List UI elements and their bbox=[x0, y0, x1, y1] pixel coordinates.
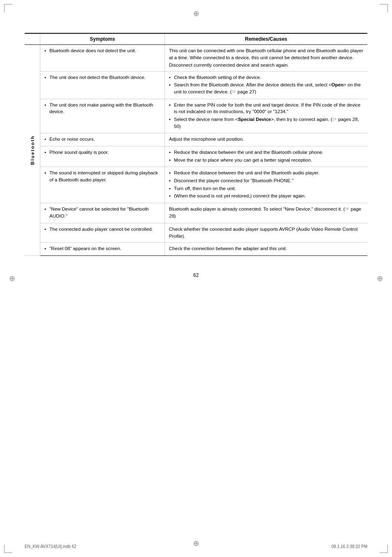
symptom-bullets: The connected audio player cannot be con… bbox=[44, 226, 160, 233]
list-item: Disconnect the player connected for "Blu… bbox=[169, 177, 363, 184]
list-item: Move the car to place where you can get … bbox=[169, 157, 363, 164]
list-item: Bluetooth device does not detect the uni… bbox=[44, 47, 160, 54]
symptom-cell: The unit does not make pairing with the … bbox=[40, 99, 165, 133]
remedy-bullets: Reduce the distance between the unit and… bbox=[169, 169, 363, 200]
symptom-cell: Phone sound quality is poor. bbox=[40, 146, 165, 167]
symptom-bullets: The unit does not make pairing with the … bbox=[44, 102, 160, 115]
symptom-cell: Bluetooth device does not detect the uni… bbox=[40, 45, 165, 72]
table-row: The unit does not make pairing with the … bbox=[25, 99, 367, 133]
remedy-bullets: Enter the same PIN code for both the uni… bbox=[169, 102, 363, 130]
bold-text: Open bbox=[332, 82, 344, 87]
list-item: Select the device name from <Special Dev… bbox=[169, 116, 363, 130]
symptom-bullets: "New Device" cannot be selected for "Blu… bbox=[44, 206, 160, 219]
table-row: Bluetooth Bluetooth device does not dete… bbox=[25, 45, 367, 72]
symptom-cell: The unit does not detect the Bluetooth d… bbox=[40, 71, 165, 99]
list-item: The unit does not detect the Bluetooth d… bbox=[44, 74, 160, 81]
list-item: Echo or noise occurs. bbox=[44, 136, 160, 143]
col-header-symptoms: Symptoms bbox=[40, 33, 165, 45]
list-item: The connected audio player cannot be con… bbox=[44, 226, 160, 233]
symptom-bullets: The unit does not detect the Bluetooth d… bbox=[44, 74, 160, 81]
symptom-cell: The sound is interrupted or skipped duri… bbox=[40, 167, 165, 203]
symptom-cell: The connected audio player cannot be con… bbox=[40, 223, 165, 243]
list-item: Reduce the distance between the unit and… bbox=[169, 149, 363, 156]
list-item: The sound is interrupted or skipped duri… bbox=[44, 169, 160, 183]
bold-text: Special Device bbox=[238, 117, 271, 122]
list-item: "Reset 08" appears on the screen. bbox=[44, 245, 160, 252]
page-number: 62 bbox=[25, 272, 367, 278]
table-row: Echo or noise occurs. Adjust the microph… bbox=[25, 133, 367, 146]
remedy-cell: Reduce the distance between the unit and… bbox=[165, 167, 367, 203]
remedy-bullets: Reduce the distance between the unit and… bbox=[169, 149, 363, 163]
remedy-cell: Check whether the connected audio player… bbox=[165, 223, 367, 243]
symptom-cell: Echo or noise occurs. bbox=[40, 133, 165, 146]
remedy-cell: Reduce the distance between the unit and… bbox=[165, 146, 367, 167]
list-item: Check the Bluetooth setting of the devic… bbox=[169, 74, 363, 81]
table-row: The sound is interrupted or skipped duri… bbox=[25, 167, 367, 203]
table-row: The connected audio player cannot be con… bbox=[25, 223, 367, 243]
list-item: Turn off, then turn on the unit. bbox=[169, 185, 363, 192]
crosshair-right-icon: ⊕ bbox=[377, 274, 383, 283]
symptom-cell: "New Device" cannot be selected for "Blu… bbox=[40, 203, 165, 223]
remedy-bullets: Check the Bluetooth setting of the devic… bbox=[169, 74, 363, 95]
crosshair-top-icon: ⊕ bbox=[193, 9, 199, 18]
remedy-cell: Check the connection between the adapter… bbox=[165, 243, 367, 256]
remedy-cell: Adjust the microphone unit position. bbox=[165, 133, 367, 146]
symptom-bullets: Bluetooth device does not detect the uni… bbox=[44, 47, 160, 54]
symptom-bullets: Phone sound quality is poor. bbox=[44, 149, 160, 156]
footer-left: EN_KW-AVX714[UI].indb 62 bbox=[25, 544, 76, 549]
table-row: The unit does not detect the Bluetooth d… bbox=[25, 71, 367, 99]
crosshair-left-icon: ⊕ bbox=[9, 274, 15, 283]
list-item: "New Device" cannot be selected for "Blu… bbox=[44, 206, 160, 219]
footer: EN_KW-AVX714[UI].indb 62 08.1.16 2:38:32… bbox=[0, 544, 392, 549]
remedy-cell: Bluetooth audio player is already connec… bbox=[165, 203, 367, 223]
troubleshoot-table: Symptoms Remedies/Causes Bluetooth Bluet… bbox=[25, 33, 367, 256]
symptom-bullets: Echo or noise occurs. bbox=[44, 136, 160, 143]
list-item: Phone sound quality is poor. bbox=[44, 149, 160, 156]
remedy-cell: Enter the same PIN code for both the uni… bbox=[165, 99, 367, 133]
footer-right: 08.1.16 2:38:32 PM bbox=[332, 544, 367, 549]
list-item: (When the sound is not yet restored,) co… bbox=[169, 193, 363, 200]
list-item: Search from the Bluetooth device. After … bbox=[169, 81, 363, 95]
table-row: Phone sound quality is poor. Reduce the … bbox=[25, 146, 367, 167]
symptom-bullets: The sound is interrupted or skipped duri… bbox=[44, 169, 160, 183]
symptom-cell: "Reset 08" appears on the screen. bbox=[40, 243, 165, 256]
list-item: Reduce the distance between the unit and… bbox=[169, 169, 363, 176]
table-row: "Reset 08" appears on the screen. Check … bbox=[25, 243, 367, 256]
list-item: The unit does not make pairing with the … bbox=[44, 102, 160, 115]
remedy-cell: Check the Bluetooth setting of the devic… bbox=[165, 71, 367, 99]
section-label: Bluetooth bbox=[25, 45, 40, 256]
page-content: Symptoms Remedies/Causes Bluetooth Bluet… bbox=[0, 0, 392, 311]
symptom-bullets: "Reset 08" appears on the screen. bbox=[44, 245, 160, 252]
col-header-remedies: Remedies/Causes bbox=[165, 33, 367, 45]
remedy-cell: This unit can be connected with one Blue… bbox=[165, 45, 367, 72]
list-item: Enter the same PIN code for both the uni… bbox=[169, 102, 363, 115]
table-row: "New Device" cannot be selected for "Blu… bbox=[25, 203, 367, 223]
